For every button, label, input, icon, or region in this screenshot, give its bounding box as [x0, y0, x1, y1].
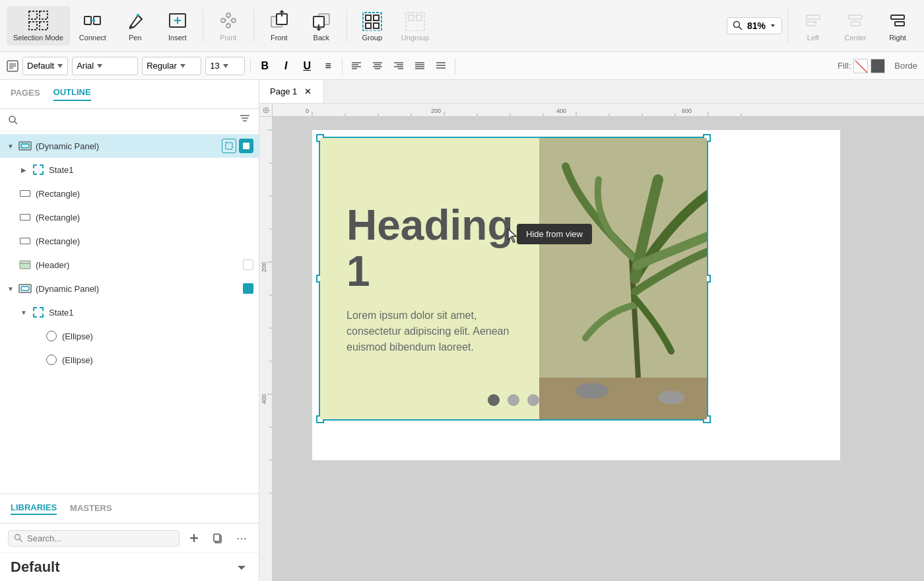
- size-select[interactable]: 13: [205, 57, 245, 75]
- align-center-button[interactable]: Center: [836, 6, 875, 46]
- dot-3[interactable]: [527, 394, 539, 406]
- group-label: Group: [362, 34, 383, 42]
- fill-color-empty[interactable]: [853, 59, 868, 73]
- weight-select[interactable]: Regular: [142, 57, 201, 75]
- svg-point-74: [9, 116, 15, 122]
- align-right-button[interactable]: Right: [878, 6, 917, 46]
- hero-text: Heading 1 Lorem ipsum dolor sit amet, co…: [320, 176, 539, 382]
- zoom-control[interactable]: 81%: [727, 17, 782, 34]
- expand-icon-state1[interactable]: ▶: [18, 164, 29, 175]
- handle-tr[interactable]: [703, 134, 711, 142]
- canvas-area: Page 1 ✕ 0 200 400 600: [259, 80, 924, 581]
- library-copy-button[interactable]: [209, 529, 227, 547]
- tree-item-state1-1[interactable]: ▶ State1: [0, 158, 259, 182]
- tree-label-dynamic-panel-1: (Dynamic Panel): [36, 141, 222, 151]
- group-button[interactable]: Group: [352, 6, 392, 46]
- svg-point-88: [15, 535, 20, 540]
- dot-2[interactable]: [508, 394, 519, 406]
- expand-icon-dp2[interactable]: ▼: [5, 283, 16, 294]
- carousel-dots: [488, 394, 539, 406]
- svg-point-14: [226, 13, 230, 17]
- outline-toolbar: [0, 109, 259, 131]
- handle-tl[interactable]: [316, 134, 324, 142]
- toolbar-sep-2: [253, 9, 254, 42]
- text-align-center-button[interactable]: [369, 57, 386, 75]
- selection-mode-button[interactable]: Selection Mode: [7, 6, 70, 46]
- dynamic-panel-icon: [18, 139, 32, 153]
- page-1-tab[interactable]: Page 1 ✕: [259, 80, 324, 103]
- cursor: [507, 228, 520, 241]
- connect-button[interactable]: Connect: [73, 6, 113, 46]
- svg-point-37: [733, 22, 739, 28]
- outline-tab[interactable]: OUTLINE: [53, 87, 91, 101]
- svg-marker-28: [316, 28, 321, 31]
- selection-handles: Heading 1 Lorem ipsum dolor sit amet, co…: [319, 137, 708, 421]
- library-search-input[interactable]: [27, 533, 174, 543]
- tree-item-rect-2[interactable]: ▶ (Rectangle): [0, 205, 259, 229]
- list-button[interactable]: ≡: [319, 57, 337, 75]
- expand-icon-state1-2[interactable]: ▼: [18, 307, 29, 318]
- tree-item-rect-1[interactable]: ▶ (Rectangle): [0, 182, 259, 205]
- tree-item-dynamic-panel-2[interactable]: ▼ (Dynamic Panel): [0, 277, 259, 300]
- ruler-corner[interactable]: [259, 104, 273, 117]
- style-select[interactable]: Default: [22, 57, 68, 75]
- state-icon-2: [32, 306, 45, 319]
- pen-button[interactable]: Pen: [116, 6, 155, 46]
- library-add-button[interactable]: [185, 529, 203, 547]
- tree-item-ellipse-1[interactable]: ▶ (Ellipse): [0, 324, 259, 348]
- bold-button[interactable]: B: [256, 57, 273, 75]
- insert-button[interactable]: Insert: [158, 6, 197, 46]
- back-button[interactable]: Back: [302, 6, 341, 46]
- tree-item-header[interactable]: ▶ (Header): [0, 253, 259, 277]
- svg-rect-43: [851, 22, 860, 26]
- italic-button[interactable]: I: [277, 57, 294, 75]
- handle-ml[interactable]: [316, 275, 324, 283]
- filter-button[interactable]: [239, 113, 251, 127]
- canvas-with-ruler: 0 200 400 600: [259, 104, 924, 581]
- style-dropdown-icon: [57, 63, 63, 69]
- align-left-button[interactable]: Left: [793, 6, 833, 46]
- align-center-label: Center: [844, 34, 866, 42]
- canvas-viewport[interactable]: Heading 1 Lorem ipsum dolor sit amet, co…: [273, 117, 924, 581]
- font-select[interactable]: Arial: [72, 57, 138, 75]
- masters-tab[interactable]: MASTERS: [70, 503, 112, 514]
- library-search[interactable]: [8, 530, 180, 547]
- library-chevron-icon[interactable]: [235, 561, 248, 574]
- tree-item-state1-2[interactable]: ▼ State1: [0, 300, 259, 324]
- fill-area: Fill:: [838, 59, 885, 73]
- handle-br[interactable]: [703, 415, 711, 423]
- ungroup-button[interactable]: Ungroup: [395, 6, 436, 46]
- ungroup-label: Ungroup: [401, 34, 429, 42]
- tree-item-rect-3[interactable]: ▶ (Rectangle): [0, 229, 259, 253]
- text-align-justify-button[interactable]: [411, 57, 428, 75]
- handle-bl[interactable]: [316, 415, 324, 423]
- format-toolbar: Default Arial Regular 13 B I U ≡ Fill:: [0, 52, 924, 80]
- svg-point-13: [221, 18, 225, 22]
- align-left-label: Left: [807, 34, 819, 42]
- add-state-button[interactable]: [222, 139, 236, 153]
- libraries-content: Default: [0, 553, 259, 581]
- fill-color-swatch[interactable]: [871, 59, 885, 73]
- format-sep-2: [342, 58, 343, 74]
- tree-item-ellipse-2[interactable]: ▶ (Ellipse): [0, 348, 259, 372]
- expand-icon[interactable]: ▼: [5, 141, 16, 151]
- underline-button[interactable]: U: [298, 57, 315, 75]
- header-checkbox[interactable]: [243, 259, 253, 270]
- handle-mr[interactable]: [703, 275, 711, 283]
- dot-1[interactable]: [488, 394, 500, 406]
- hide-view-button[interactable]: [239, 139, 253, 153]
- libraries-tab[interactable]: LIBRARIES: [11, 502, 57, 515]
- point-button[interactable]: Point: [209, 6, 248, 46]
- text-align-right-button[interactable]: [390, 57, 407, 75]
- outline-tree: ▼ (Dynamic Panel): [0, 131, 259, 493]
- page-1-tab-close[interactable]: ✕: [302, 86, 313, 97]
- pages-tab[interactable]: PAGES: [11, 88, 40, 100]
- svg-marker-53: [223, 64, 228, 68]
- text-align-left-button[interactable]: [348, 57, 365, 75]
- rect-icon-1: [18, 187, 32, 200]
- text-line-height-button[interactable]: [432, 57, 449, 75]
- tree-item-dynamic-panel-1[interactable]: ▼ (Dynamic Panel): [0, 134, 259, 158]
- library-more-button[interactable]: ⋯: [232, 529, 251, 547]
- ellipse-icon-2: [45, 353, 58, 366]
- front-button[interactable]: Front: [259, 6, 299, 46]
